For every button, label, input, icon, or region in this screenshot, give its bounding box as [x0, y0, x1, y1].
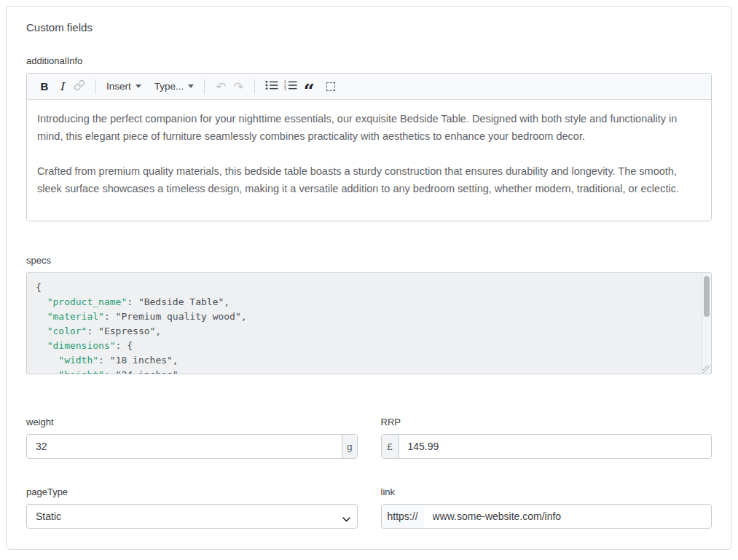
rrp-field: RRP £ — [381, 417, 713, 459]
italic-button[interactable]: I — [53, 77, 71, 96]
container-button[interactable] — [322, 77, 339, 96]
toolbar-divider — [95, 79, 96, 94]
resize-handle-icon[interactable] — [702, 365, 710, 373]
page-type-field: pageType Static — [26, 486, 358, 529]
code-line: "width": "18 inches", — [36, 353, 694, 368]
undo-icon: ↶ — [216, 79, 226, 94]
link-input[interactable] — [424, 505, 711, 528]
insert-menu-label: Insert — [106, 81, 131, 92]
quote-icon: “ — [304, 87, 315, 95]
specs-code-textarea[interactable]: { "product_name": "Bedside Table", "mate… — [26, 272, 712, 374]
link-input-group: https:// — [381, 504, 713, 529]
link-button[interactable] — [71, 77, 88, 96]
scrollbar-thumb[interactable] — [704, 276, 710, 317]
rrp-input-group: £ — [381, 434, 713, 459]
rrp-label: RRP — [381, 417, 713, 427]
ordered-list-icon: 1 2 3 — [284, 80, 297, 92]
weight-label: weight — [26, 417, 358, 427]
code-line: "color": "Espresso", — [36, 324, 694, 339]
link-icon — [74, 79, 85, 93]
code-line: "material": "Premium quality wood", — [36, 309, 694, 324]
page-type-label: pageType — [26, 486, 358, 497]
code-line: "height": "24 inches", — [36, 368, 694, 374]
weight-unit-addon: g — [342, 435, 357, 458]
chevron-down-icon — [188, 84, 194, 88]
specs-field: specs { "product_name": "Bedside Table",… — [26, 255, 712, 374]
weight-input[interactable] — [27, 435, 342, 458]
undo-button[interactable]: ↶ — [212, 77, 229, 96]
rrp-input[interactable] — [399, 435, 712, 458]
specs-scrollbar[interactable] — [702, 273, 711, 374]
currency-addon: £ — [382, 435, 399, 458]
custom-fields-card: Custom fields additionalInfo B I Insert … — [6, 6, 732, 550]
redo-icon: ↷ — [233, 79, 243, 94]
type-menu-label: Type... — [154, 81, 184, 92]
redo-button[interactable]: ↷ — [229, 77, 247, 96]
page-title: Custom fields — [26, 21, 712, 33]
bullet-list-icon — [265, 80, 278, 92]
specs-code-content: { "product_name": "Bedside Table", "mate… — [27, 273, 711, 374]
editor-paragraph: Crafted from premium quality materials, … — [37, 162, 701, 197]
rich-text-editor: B I Insert Type... ↶ ↷ — [26, 73, 712, 221]
bold-button[interactable]: B — [36, 77, 53, 96]
specs-label: specs — [26, 255, 712, 266]
weight-field: weight g — [26, 417, 358, 459]
code-line: "dimensions": { — [36, 339, 694, 353]
page-type-select[interactable]: Static — [26, 504, 358, 529]
insert-menu-button[interactable]: Insert — [103, 77, 144, 96]
editor-content[interactable]: Introducing the perfect companion for yo… — [27, 100, 711, 221]
dashed-container-icon — [326, 82, 335, 91]
svg-text:3: 3 — [284, 87, 286, 90]
editor-toolbar: B I Insert Type... ↶ ↷ — [27, 74, 711, 100]
page-type-select-wrap: Static — [26, 504, 358, 529]
ordered-list-button[interactable]: 1 2 3 — [281, 77, 300, 96]
blockquote-button[interactable]: “ — [300, 77, 318, 96]
editor-paragraph: Introducing the perfect companion for yo… — [37, 110, 701, 145]
code-line: "product_name": "Bedside Table", — [36, 295, 694, 309]
link-field: link https:// — [381, 486, 713, 529]
toolbar-divider — [204, 79, 205, 94]
toolbar-divider — [254, 79, 255, 94]
link-label: link — [381, 486, 713, 497]
type-menu-button[interactable]: Type... — [152, 77, 197, 96]
weight-input-group: g — [26, 434, 358, 459]
code-line: { — [36, 280, 694, 295]
url-scheme-addon: https:// — [382, 505, 424, 528]
bullet-list-button[interactable] — [262, 77, 281, 96]
additional-info-label: additionalInfo — [26, 55, 712, 66]
chevron-down-icon — [136, 84, 141, 88]
